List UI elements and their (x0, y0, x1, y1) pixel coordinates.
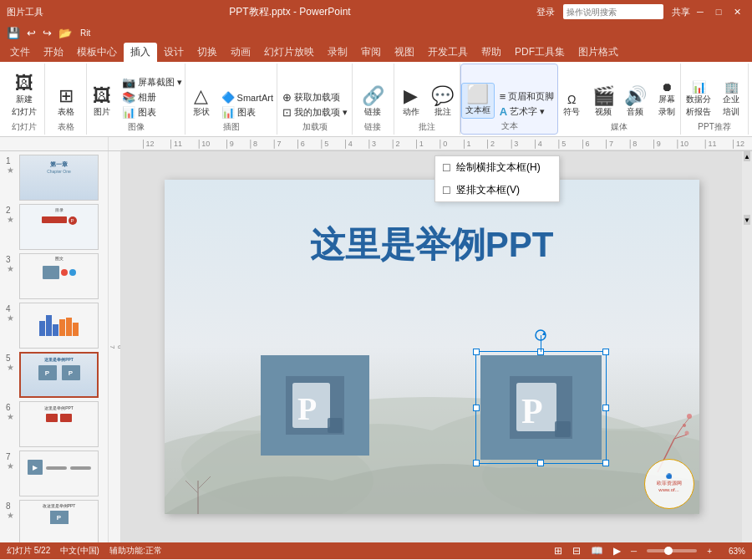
vertical-textbox-menu-item[interactable]: ☐ 竖排文本框(V) (435, 179, 559, 201)
tab-transition[interactable]: 切换 (191, 43, 224, 62)
slideshow-button[interactable]: ▶ (613, 545, 621, 557)
chart-btn-img[interactable]: 📊 图表 (119, 105, 185, 120)
smartart-button[interactable]: 🔷 SmartArt (218, 90, 277, 104)
zoom-in-button[interactable]: + (707, 547, 712, 556)
ribbon-tab-bar: 文件 开始 模板中心 插入 设计 切换 动画 幻灯片放映 录制 审阅 视图 开发… (0, 42, 752, 62)
video-button[interactable]: 🎬 视频 (588, 85, 618, 120)
zoom-slider[interactable] (647, 549, 697, 552)
slide-thumb-8[interactable]: 改这里是举例PPT P (19, 500, 99, 542)
tab-template[interactable]: 模板中心 (70, 43, 124, 62)
screen-record-button[interactable]: ⏺ 屏幕 录制 (652, 79, 682, 120)
picture-button[interactable]: 🖼 图片 (87, 85, 117, 120)
tab-pictureformat[interactable]: 图片格式 (572, 43, 625, 62)
table-button[interactable]: ⊞ 表格 (51, 85, 81, 120)
shape-button[interactable]: △ 形状 (186, 85, 216, 120)
textbox-button[interactable]: ⬜ 文本框 (461, 83, 495, 119)
data-analysis-button[interactable]: 📊 数据分 析报告 (683, 79, 714, 120)
ppt-icon-box-left[interactable]: P (261, 355, 369, 456)
symbol-icon: Ω (567, 94, 576, 105)
handle-mr[interactable] (602, 405, 609, 411)
tab-dev[interactable]: 开发工具 (421, 43, 475, 62)
login-button[interactable]: 登录 (536, 6, 555, 18)
close-button[interactable]: ✕ (729, 3, 745, 20)
get-addins-button[interactable]: ⊕ 获取加载项 (279, 90, 351, 104)
comment-button[interactable]: 💬 批注 (428, 85, 458, 120)
tab-start[interactable]: 开始 (37, 43, 70, 62)
group-addins-content: ⊕ 获取加载项 ⊡ 我的加载项▾ (279, 65, 351, 120)
header-footer-icon: ≡ (500, 90, 506, 103)
handle-br[interactable] (602, 460, 609, 466)
slide-item-1[interactable]: 1 ★ 第一章 Chapter One (3, 155, 104, 201)
slide-thumb-6[interactable]: 这里是举例PPT (19, 401, 99, 447)
tab-pdf[interactable]: PDF工具集 (508, 43, 572, 62)
slide-thumb-3[interactable]: 图文 (19, 253, 99, 299)
handle-tl[interactable] (473, 349, 480, 355)
group-text-label: 文本 (501, 119, 518, 132)
slide-thumb-4[interactable] (19, 303, 99, 349)
canvas-area[interactable]: 这里是举例PPT P (121, 151, 742, 542)
zoom-level[interactable]: 63% (722, 547, 745, 556)
zoom-out-button[interactable]: ─ (631, 547, 637, 556)
handle-ml[interactable] (473, 405, 480, 411)
undo-qa-button[interactable]: ↩ (25, 26, 38, 40)
header-footer-button[interactable]: ≡ 页眉和页脚 (496, 89, 558, 104)
slide-item-4[interactable]: 4 ★ (3, 303, 104, 349)
slide-item-6[interactable]: 6 ★ 这里是举例PPT (3, 401, 104, 447)
action-button[interactable]: ▶ 动作 (396, 85, 426, 120)
tab-help[interactable]: 帮助 (475, 43, 508, 62)
slide-num-1: 1 (6, 156, 14, 165)
normal-view-button[interactable]: ⊞ (554, 545, 562, 557)
tab-insert[interactable]: 插入 (124, 43, 157, 62)
tab-design[interactable]: 设计 (157, 43, 191, 62)
my-addins-button[interactable]: ⊡ 我的加载项▾ (279, 105, 351, 120)
open-qa-button[interactable]: 📂 (57, 26, 74, 40)
audio-icon: 🔊 (624, 87, 647, 105)
symbol-button[interactable]: Ω 符号 (556, 92, 587, 120)
slide-item-5[interactable]: 5 ★ 这里是举例PPT P P (3, 352, 104, 398)
right-scrollbar[interactable]: ▲ ▼ (742, 151, 752, 542)
screenshot-button[interactable]: 📷 屏幕截图▾ (119, 75, 185, 89)
redo-qa-button[interactable]: ↪ (41, 26, 53, 40)
chart-button[interactable]: 📊 图表 (218, 105, 277, 120)
ppt-icon-box-right[interactable]: P (480, 355, 602, 460)
handle-tc[interactable] (537, 349, 544, 355)
handle-bl[interactable] (473, 460, 480, 466)
album-button[interactable]: 📚 相册 (119, 90, 185, 104)
slide-title: 这里是举例PPT (165, 221, 699, 268)
horizontal-textbox-menu-item[interactable]: ☐ 绘制横排文本框(H) (435, 156, 559, 179)
group-addins: ⊕ 获取加载项 ⊡ 我的加载项▾ 加载项 (277, 64, 353, 135)
maximize-button[interactable]: □ (710, 3, 727, 20)
reading-view-button[interactable]: 📖 (591, 545, 603, 557)
tab-review[interactable]: 审阅 (354, 43, 388, 62)
slide-thumb-1[interactable]: 第一章 Chapter One (19, 155, 99, 201)
new-slide-button[interactable]: 🖼 新建 幻灯片 (8, 73, 40, 120)
wordart-button[interactable]: A 艺术字▾ (496, 104, 558, 119)
handle-tr[interactable] (602, 349, 609, 355)
tab-file[interactable]: 文件 (3, 43, 37, 62)
share-button[interactable]: 共享 (672, 6, 690, 18)
search-input[interactable] (563, 4, 663, 19)
slide-item-3[interactable]: 3 ★ 图文 (3, 253, 104, 299)
slide-item-2[interactable]: 2 ★ 目录 P (3, 204, 104, 250)
save-qa-button[interactable]: 💾 (5, 26, 22, 40)
tab-animation[interactable]: 动画 (224, 43, 257, 62)
enterprise-training-button[interactable]: 🏢 企业 培训 (716, 79, 746, 120)
tab-view[interactable]: 视图 (388, 43, 421, 62)
link-icon: 🔗 (362, 87, 384, 105)
tab-record[interactable]: 录制 (321, 43, 354, 62)
slide-item-7[interactable]: 7 ★ ▶ (3, 451, 104, 496)
chart-icon-img: 📊 (122, 106, 135, 119)
audio-button[interactable]: 🔊 音频 (620, 85, 650, 120)
handle-bc[interactable] (537, 460, 544, 466)
slide-item-8[interactable]: 8 ★ 改这里是举例PPT P (3, 500, 104, 542)
minimize-button[interactable]: ─ (692, 3, 709, 20)
slide-thumb-7[interactable]: ▶ (19, 451, 99, 496)
slide-thumb-5[interactable]: 这里是举例PPT P P (19, 352, 99, 398)
scroll-up-button[interactable]: ▲ (744, 151, 750, 161)
slide-canvas: 这里是举例PPT P (165, 180, 699, 514)
tab-slideshow[interactable]: 幻灯片放映 (257, 43, 321, 62)
slide-sorter-button[interactable]: ⊟ (572, 545, 581, 557)
scroll-down-button[interactable]: ▼ (744, 215, 750, 225)
slide-thumb-2[interactable]: 目录 P (19, 204, 99, 250)
link-button[interactable]: 🔗 链接 (358, 85, 388, 120)
